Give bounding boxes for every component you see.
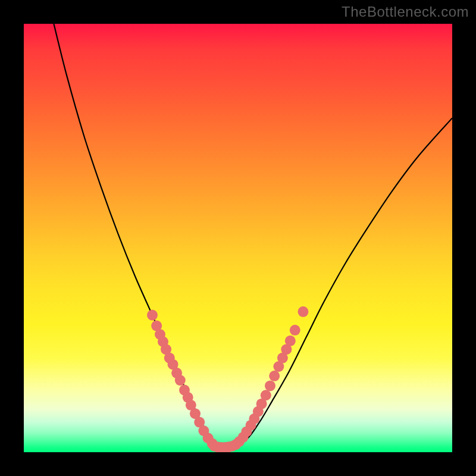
chart-svg	[24, 24, 452, 452]
bottleneck-curve	[54, 24, 452, 449]
data-point	[290, 325, 300, 336]
data-point	[285, 336, 296, 346]
data-point	[261, 390, 271, 400]
watermark-text: TheBottleneck.com	[342, 4, 469, 20]
data-point	[265, 380, 275, 391]
data-point	[298, 306, 308, 317]
data-point	[147, 310, 158, 321]
data-point	[269, 371, 280, 381]
plot-area	[24, 24, 452, 452]
data-point	[175, 375, 186, 386]
